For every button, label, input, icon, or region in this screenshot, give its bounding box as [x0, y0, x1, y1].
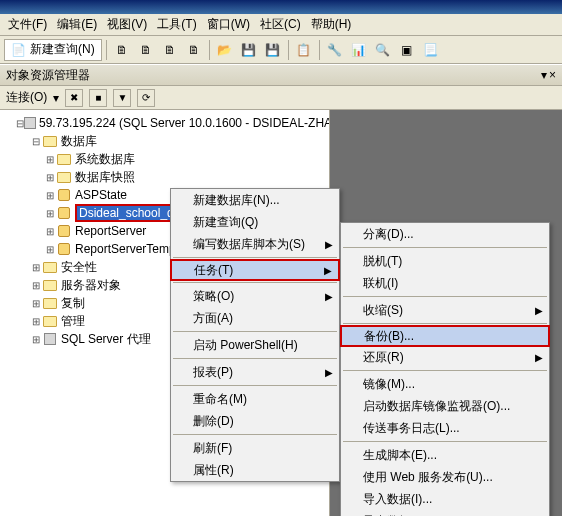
- snapshot-label: 数据库快照: [75, 169, 135, 186]
- menu-tools[interactable]: 工具(T): [153, 14, 200, 35]
- sysdb-node[interactable]: ⊞系统数据库: [2, 150, 327, 168]
- mi-online[interactable]: 联机(I): [341, 272, 549, 294]
- mi-offline[interactable]: 脱机(T): [341, 250, 549, 272]
- mi-tasks[interactable]: 任务(T)▶: [170, 259, 340, 281]
- dropdown-icon[interactable]: ▾: [541, 68, 547, 82]
- mi-backup[interactable]: 备份(B)...: [340, 325, 550, 347]
- chevron-right-icon: ▶: [325, 239, 333, 250]
- selected-db-label: Dsideal_school_db: [75, 204, 184, 222]
- separator: [343, 296, 547, 297]
- activity-icon[interactable]: 🔧: [324, 39, 346, 61]
- separator: [173, 385, 337, 386]
- tb-icon-2[interactable]: 🗎: [135, 39, 157, 61]
- agent-label: SQL Server 代理: [61, 331, 151, 348]
- separator: [173, 282, 337, 283]
- stop-icon[interactable]: ■: [89, 89, 107, 107]
- mi-websvc[interactable]: 使用 Web 服务发布(U)...: [341, 466, 549, 488]
- chevron-right-icon: ▶: [324, 265, 332, 276]
- reportserver-label: ReportServer: [75, 224, 146, 238]
- mi-delete[interactable]: 删除(D): [171, 410, 339, 432]
- mi-new-database[interactable]: 新建数据库(N)...: [171, 189, 339, 211]
- object-explorer-header: 对象资源管理器 ▾ ×: [0, 64, 562, 86]
- mi-restore[interactable]: 还原(R)▶: [341, 346, 549, 368]
- titlebar: [0, 0, 562, 14]
- mi-shipping[interactable]: 传送事务日志(L)...: [341, 417, 549, 439]
- filter-icon[interactable]: ▼: [113, 89, 131, 107]
- mi-detach[interactable]: 分离(D)...: [341, 223, 549, 245]
- mi-new-query[interactable]: 新建查询(Q): [171, 211, 339, 233]
- connection-bar: 连接(O) ▾ ✖ ■ ▼ ⟳: [0, 86, 562, 110]
- registered-icon[interactable]: 📊: [348, 39, 370, 61]
- separator: [343, 370, 547, 371]
- security-label: 安全性: [61, 259, 97, 276]
- connect-label[interactable]: 连接(O): [6, 89, 47, 106]
- separator: [288, 40, 289, 60]
- chevron-right-icon: ▶: [325, 291, 333, 302]
- mi-rename[interactable]: 重命名(M): [171, 388, 339, 410]
- separator: [343, 323, 547, 324]
- sysdb-label: 系统数据库: [75, 151, 135, 168]
- tb-icon-3[interactable]: 🗎: [159, 39, 181, 61]
- connect-dropdown-icon[interactable]: ▾: [53, 91, 59, 105]
- object-explorer-title: 对象资源管理器: [6, 67, 90, 84]
- close-pane-icon[interactable]: ×: [549, 68, 556, 82]
- separator: [173, 257, 337, 258]
- server-label: 59.73.195.224 (SQL Server 10.0.1600 - DS…: [39, 116, 330, 130]
- server-node[interactable]: ⊟59.73.195.224 (SQL Server 10.0.1600 - D…: [2, 114, 327, 132]
- separator: [343, 247, 547, 248]
- properties-icon[interactable]: 📃: [420, 39, 442, 61]
- aspstate-label: ASPState: [75, 188, 127, 202]
- tb-icon-4[interactable]: 🗎: [183, 39, 205, 61]
- new-query-icon: 📄: [11, 43, 26, 57]
- menu-edit[interactable]: 编辑(E): [53, 14, 101, 35]
- context-menu-1: 新建数据库(N)... 新建查询(Q) 编写数据库脚本为(S)▶ 任务(T)▶ …: [170, 188, 340, 482]
- disconnect-icon[interactable]: ✖: [65, 89, 83, 107]
- saveall-icon[interactable]: 💾: [262, 39, 284, 61]
- mi-script-as[interactable]: 编写数据库脚本为(S)▶: [171, 233, 339, 255]
- chevron-right-icon: ▶: [535, 352, 543, 363]
- mi-shrink[interactable]: 收缩(S)▶: [341, 299, 549, 321]
- mi-properties[interactable]: 属性(R): [171, 459, 339, 481]
- mi-export[interactable]: 导出数据(X)...: [341, 510, 549, 516]
- menu-view[interactable]: 视图(V): [103, 14, 151, 35]
- explorer-icon[interactable]: 🔍: [372, 39, 394, 61]
- replication-label: 复制: [61, 295, 85, 312]
- tb-icon-1[interactable]: 🗎: [111, 39, 133, 61]
- separator: [106, 40, 107, 60]
- menu-community[interactable]: 社区(C): [256, 14, 305, 35]
- mi-genscript[interactable]: 生成脚本(E)...: [341, 444, 549, 466]
- mi-reports[interactable]: 报表(P)▶: [171, 361, 339, 383]
- separator: [209, 40, 210, 60]
- new-query-label: 新建查询(N): [30, 41, 95, 58]
- menu-window[interactable]: 窗口(W): [203, 14, 254, 35]
- mi-powershell[interactable]: 启动 PowerShell(H): [171, 334, 339, 356]
- mi-facets[interactable]: 方面(A): [171, 307, 339, 329]
- menu-help[interactable]: 帮助(H): [307, 14, 356, 35]
- save-icon[interactable]: 💾: [238, 39, 260, 61]
- mi-refresh[interactable]: 刷新(F): [171, 437, 339, 459]
- mi-policy[interactable]: 策略(O)▶: [171, 285, 339, 307]
- mi-monitor[interactable]: 启动数据库镜像监视器(O)...: [341, 395, 549, 417]
- open-icon[interactable]: 📂: [214, 39, 236, 61]
- separator: [173, 434, 337, 435]
- separator: [319, 40, 320, 60]
- mi-mirror[interactable]: 镜像(M)...: [341, 373, 549, 395]
- management-label: 管理: [61, 313, 85, 330]
- serverobjects-label: 服务器对象: [61, 277, 121, 294]
- template-icon[interactable]: ▣: [396, 39, 418, 61]
- toolbar: 📄 新建查询(N) 🗎 🗎 🗎 🗎 📂 💾 💾 📋 🔧 📊 🔍 ▣ 📃: [0, 36, 562, 64]
- chevron-right-icon: ▶: [325, 367, 333, 378]
- new-query-button[interactable]: 📄 新建查询(N): [4, 39, 102, 61]
- separator: [343, 441, 547, 442]
- list-icon[interactable]: 📋: [293, 39, 315, 61]
- databases-node[interactable]: ⊟数据库: [2, 132, 327, 150]
- databases-label: 数据库: [61, 133, 97, 150]
- reportservertemp-label: ReportServerTempD: [75, 242, 184, 256]
- menu-file[interactable]: 文件(F): [4, 14, 51, 35]
- separator: [173, 331, 337, 332]
- separator: [173, 358, 337, 359]
- mi-import[interactable]: 导入数据(I)...: [341, 488, 549, 510]
- snapshot-node[interactable]: ⊞数据库快照: [2, 168, 327, 186]
- context-menu-2: 分离(D)... 脱机(T) 联机(I) 收缩(S)▶ 备份(B)... 还原(…: [340, 222, 550, 516]
- refresh-icon[interactable]: ⟳: [137, 89, 155, 107]
